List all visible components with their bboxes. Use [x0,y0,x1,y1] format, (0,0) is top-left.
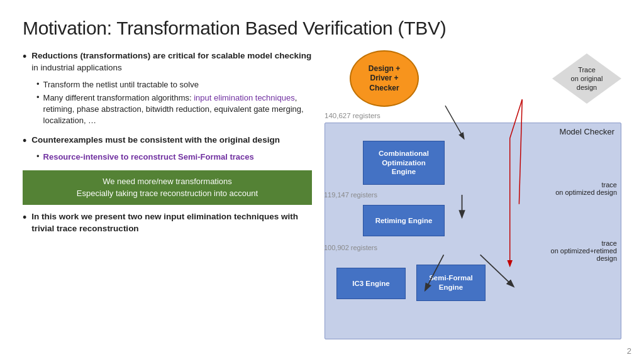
bullet-3: • In this work we present two new input … [23,211,312,235]
green-box: We need more/new transformations Especia… [23,170,312,205]
content-area: • Reductions (transformations) are criti… [23,50,621,339]
trace-diamond-text: Trace on original design [552,53,621,104]
trace-opt-label: trace on optimized design [555,181,617,196]
slide: Motivation: Transformation Based Verific… [0,0,644,362]
registers-bot-label: 100,902 registers [324,244,377,251]
bullet-3-strong: In this work we present two new input el… [31,212,298,233]
sub-text-2-1: Resource-intensive to reconstruct Semi-F… [43,151,254,163]
sub-bullet-1-1: • Transform the netlist until tractable … [36,79,312,90]
model-checker-label: Model Checker [560,127,614,136]
design-node-text: Design +Driver +Checker [369,64,400,94]
sub-bullet-2-1: • Resource-intensive to reconstruct Semi… [36,151,312,163]
design-node: Design +Driver +Checker [350,50,419,107]
sub-text-1-2-link: input elimination techniques [194,93,294,102]
bullet-1-rest: in industrial applications [31,63,121,72]
ic3-text: IC3 Engine [352,280,389,287]
semiformal-text: Semi-FormalEngine [429,273,473,292]
bullet-2-subbullets: • Resource-intensive to reconstruct Semi… [36,151,312,163]
sub-text-1-2: Many different transformation algorithms… [43,92,312,127]
green-box-line1: We need more/new transformations [31,175,303,188]
bullet-1-dot: • [23,51,26,62]
bullet-2-text: Counterexamples must be consistent with … [31,134,280,146]
sub-text-1-1: Transform the netlist until tractable to… [43,79,199,90]
ic3-box: IC3 Engine [336,268,406,299]
trace-ret-line3: design [551,255,617,262]
sub-text-1-2-pre: Many different transformation algorithms… [43,93,194,102]
comb-opt-box: CombinationalOptimizationEngine [363,141,445,185]
retiming-text: Retiming Engine [375,216,433,226]
bullet-2-strong: Counterexamples must be consistent with … [31,135,280,145]
bullet-1-row: • Reductions (transformations) are criti… [23,50,312,74]
retiming-box: Retiming Engine [363,205,445,236]
semiformal-box: Semi-FormalEngine [416,265,486,301]
trace-retimed-label: trace on optimized+retimed design [551,239,617,262]
trace-ret-line1: trace [551,239,617,247]
bullet-1-strong: Reductions (transformations) are critica… [31,51,311,60]
bullet-1-subbullets: • Transform the netlist until tractable … [36,79,312,127]
bullet-3-dot: • [23,212,26,223]
trace-diamond-label: Trace on original design [571,65,603,92]
bullet-2-row: • Counterexamples must be consistent wit… [23,134,312,146]
comb-opt-text: CombinationalOptimizationEngine [379,149,429,177]
sub-bullet-1-2: • Many different transformation algorith… [36,92,312,127]
trace-opt-line2: on optimized design [555,189,617,196]
registers-mid-label: 119,147 registers [324,191,377,199]
sub-dot-1-2: • [36,92,40,102]
bullet-3-row: • In this work we present two new input … [23,211,312,235]
green-box-line2: Especially taking trace reconstruction i… [31,187,303,200]
right-column: Design +Driver +Checker Trace on origina… [325,50,621,339]
bullet-2-dot: • [23,135,26,146]
bullet-3-text: In this work we present two new input el… [31,211,312,235]
bullet-1: • Reductions (transformations) are criti… [23,50,312,127]
page-number: 2 [627,346,631,356]
trace-diamond-container: Trace on original design [552,53,621,104]
left-column: • Reductions (transformations) are criti… [23,50,312,339]
diagram-area: Design +Driver +Checker Trace on origina… [325,50,621,339]
model-checker-box: Model Checker CombinationalOptimizationE… [325,123,621,339]
bullet-1-text: Reductions (transformations) are critica… [31,50,312,74]
sub-dot-2-1: • [36,151,40,161]
trace-opt-line1: trace [555,181,617,189]
registers-top-label: 140,627 registers [325,112,380,119]
bullet-2: • Counterexamples must be consistent wit… [23,134,312,163]
slide-title: Motivation: Transformation Based Verific… [23,18,621,39]
trace-ret-line2: on optimized+retimed [551,247,617,255]
sub-dot-1-1: • [36,79,40,89]
